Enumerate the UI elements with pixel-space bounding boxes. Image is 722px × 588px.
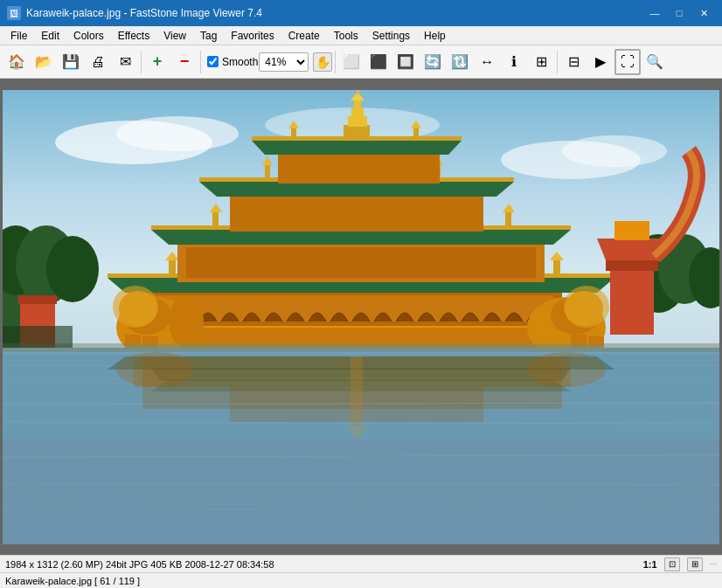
filename-text: Karaweik-palace.jpg [ 61 / 119 ] xyxy=(5,576,140,586)
zoom-ratio: 1:1 xyxy=(643,559,657,570)
app-icon: 🖼 xyxy=(7,6,21,20)
menu-effects[interactable]: Effects xyxy=(111,28,156,44)
save-button[interactable]: 💾 xyxy=(58,49,84,75)
title-bar: 🖼 Karaweik-palace.jpg - FastStone Image … xyxy=(0,0,722,26)
svg-rect-87 xyxy=(606,260,658,271)
svg-marker-36 xyxy=(151,230,571,245)
status-right: 1:1 ⊡ ⊞ ··· xyxy=(643,557,717,571)
svg-rect-71 xyxy=(413,128,419,139)
compare-button[interactable]: ⊟ xyxy=(560,49,587,75)
svg-point-79 xyxy=(169,295,204,348)
zoom-in-button[interactable]: + xyxy=(144,49,170,75)
scroll-indicator: ··· xyxy=(710,559,717,569)
flip-h-button[interactable]: ↔ xyxy=(474,49,500,75)
window-title: Karaweik-palace.jpg - FastStone Image Vi… xyxy=(26,7,262,19)
status-fit-button[interactable]: ⊡ xyxy=(664,557,680,571)
svg-rect-110 xyxy=(3,343,719,352)
menu-create[interactable]: Create xyxy=(281,28,327,44)
svg-marker-60 xyxy=(252,141,462,155)
svg-rect-111 xyxy=(3,326,73,348)
toolbar-separator-1 xyxy=(141,51,142,73)
menu-tag[interactable]: Tag xyxy=(193,28,224,44)
rotate-cw-button[interactable]: 🔄 xyxy=(420,49,446,75)
minimize-button[interactable]: — xyxy=(643,5,666,21)
menu-file[interactable]: File xyxy=(3,28,34,44)
svg-rect-100 xyxy=(351,356,363,426)
maximize-button[interactable]: □ xyxy=(668,5,691,21)
toolbar: 🏠 📂 💾 🖨 ✉ + − Smooth 10% 25% 33% 41% 50%… xyxy=(0,45,722,79)
fit-width-button[interactable]: ⬜ xyxy=(338,49,364,75)
menu-bar: File Edit Colors Effects View Tag Favori… xyxy=(0,26,722,45)
thumbnail-button[interactable]: ⊞ xyxy=(528,49,554,75)
slideshow-button[interactable]: ▶ xyxy=(587,49,614,75)
smooth-checkbox[interactable] xyxy=(207,56,219,67)
pan-button[interactable]: ✋ xyxy=(313,52,332,72)
email-button[interactable]: ✉ xyxy=(112,49,138,75)
svg-point-76 xyxy=(113,286,158,328)
svg-point-2 xyxy=(116,116,239,151)
svg-rect-86 xyxy=(610,265,654,335)
svg-rect-22 xyxy=(169,260,176,276)
svg-rect-59 xyxy=(278,153,440,183)
status-bar: 1984 x 1312 (2.60 MP) 24bit JPG 405 KB 2… xyxy=(0,555,722,572)
fit-height-button[interactable]: ⬛ xyxy=(365,49,392,75)
svg-rect-47 xyxy=(505,212,511,226)
open-file-button[interactable]: 📂 xyxy=(31,49,57,75)
svg-rect-89 xyxy=(614,221,649,240)
svg-point-9 xyxy=(46,236,99,302)
image-canvas xyxy=(3,90,719,544)
fit-window-button[interactable]: 🔲 xyxy=(392,49,419,75)
svg-rect-39 xyxy=(212,212,219,226)
svg-rect-53 xyxy=(265,165,270,177)
svg-rect-68 xyxy=(357,90,359,95)
print-button[interactable]: 🖨 xyxy=(85,49,111,75)
menu-help[interactable]: Help xyxy=(417,28,453,44)
status-window-button[interactable]: ⊞ xyxy=(687,557,703,571)
svg-rect-91 xyxy=(3,352,719,354)
image-area xyxy=(0,79,722,555)
title-left: 🖼 Karaweik-palace.jpg - FastStone Image … xyxy=(7,6,262,20)
svg-rect-69 xyxy=(291,128,296,139)
fullscreen-button[interactable]: ⛶ xyxy=(614,49,641,75)
menu-colors[interactable]: Colors xyxy=(66,28,111,44)
filename-bar: Karaweik-palace.jpg [ 61 / 119 ] xyxy=(0,572,722,588)
toolbar-separator-3 xyxy=(335,51,336,73)
fit-best-button[interactable]: 🔍 xyxy=(642,49,668,75)
menu-tools[interactable]: Tools xyxy=(327,28,365,44)
svg-rect-63 xyxy=(344,125,370,141)
open-folder-button[interactable]: 🏠 xyxy=(3,49,30,75)
svg-point-4 xyxy=(562,135,667,167)
svg-point-103 xyxy=(527,352,606,387)
svg-rect-32 xyxy=(553,260,560,276)
toolbar-separator-2 xyxy=(200,51,201,73)
svg-point-83 xyxy=(564,286,609,328)
smooth-label[interactable]: Smooth xyxy=(222,56,258,68)
menu-favorites[interactable]: Favorites xyxy=(224,28,281,44)
title-controls[interactable]: — □ ✕ xyxy=(643,5,715,21)
rotate-ccw-button[interactable]: 🔃 xyxy=(447,49,473,75)
svg-rect-35 xyxy=(186,247,536,278)
svg-rect-49 xyxy=(230,195,483,232)
svg-rect-66 xyxy=(354,100,361,109)
zoom-select[interactable]: 10% 25% 33% 41% 50% 67% 75% 100% 150% 20… xyxy=(259,52,309,72)
scene-image xyxy=(3,90,719,544)
image-info: 1984 x 1312 (2.60 MP) 24bit JPG 405 KB 2… xyxy=(5,559,274,570)
toolbar-separator-4 xyxy=(557,51,558,73)
svg-rect-14 xyxy=(18,295,57,304)
smooth-area[interactable]: Smooth xyxy=(207,56,258,68)
close-button[interactable]: ✕ xyxy=(692,5,715,21)
menu-edit[interactable]: Edit xyxy=(34,28,66,44)
svg-point-102 xyxy=(116,352,195,387)
zoom-out-button[interactable]: − xyxy=(171,49,198,75)
info-button[interactable]: ℹ xyxy=(501,49,527,75)
menu-view[interactable]: View xyxy=(156,28,193,44)
menu-settings[interactable]: Settings xyxy=(365,28,417,44)
svg-marker-50 xyxy=(199,182,514,197)
